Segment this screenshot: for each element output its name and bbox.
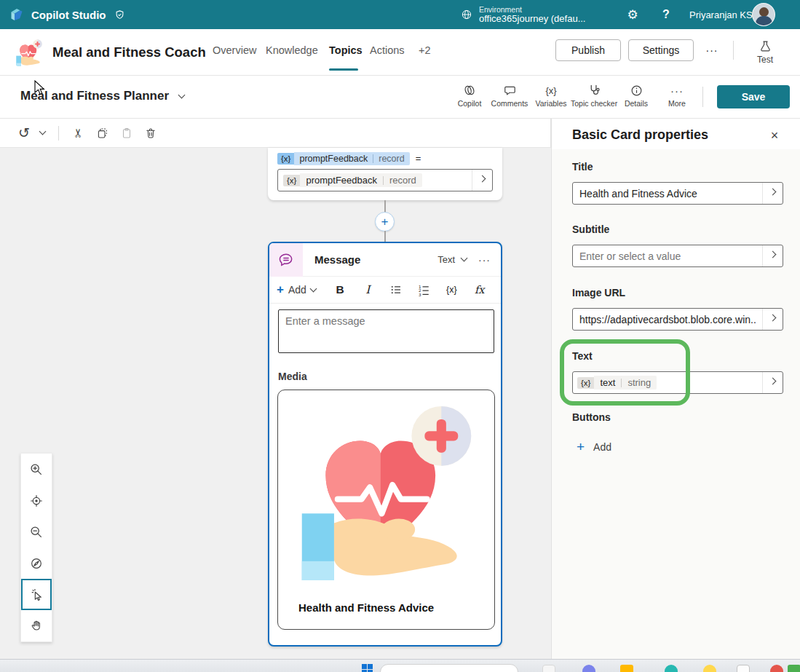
image-url-field <box>572 308 783 331</box>
variable-x-icon[interactable]: {x} <box>277 153 294 165</box>
chip-divider <box>373 154 373 163</box>
heart-hand-illustration <box>291 396 482 587</box>
message-text-input[interactable] <box>278 309 494 353</box>
expand-image-url-button[interactable] <box>762 309 783 330</box>
expand-text-button[interactable] <box>762 372 783 393</box>
environment-label: Environment <box>479 5 585 14</box>
message-format-toolbar: + Add B I 123 {x} fx <box>269 277 501 304</box>
environment-picker[interactable]: Environment office365journey (defau... <box>460 0 585 29</box>
expand-value-button[interactable] <box>472 170 492 191</box>
bullet-list-icon <box>389 283 403 296</box>
buttons-field-label: Buttons <box>572 411 611 423</box>
media-card[interactable]: Health and Fitness Advice <box>277 390 495 630</box>
tab-actions[interactable]: Actions <box>370 44 405 56</box>
taskbar-search-box[interactable] <box>380 664 518 672</box>
reset-view-button[interactable] <box>21 485 52 516</box>
value-variable-chip[interactable]: promptFeedback record <box>300 173 421 187</box>
taskbar-notepad-icon[interactable] <box>737 665 750 672</box>
formula-button[interactable]: fx <box>470 280 490 299</box>
more-tools-button[interactable]: ··· More <box>654 82 700 108</box>
node-more-button[interactable]: ··· <box>478 254 491 266</box>
taskbar-app-icon[interactable] <box>703 665 716 672</box>
variable-assignment-row: {x} promptFeedback record = <box>277 151 421 166</box>
bullet-list-button[interactable] <box>386 280 406 299</box>
settings-gear-button[interactable]: ⚙ <box>620 0 645 29</box>
expand-title-button[interactable] <box>762 183 783 204</box>
close-panel-button[interactable]: × <box>765 126 784 145</box>
numbered-list-button[interactable]: 123 <box>413 280 434 299</box>
undo-icon: ↺ <box>18 124 30 141</box>
taskbar-app-icon[interactable] <box>665 665 678 672</box>
undo-button[interactable]: ↺ <box>13 122 35 144</box>
subtitle-input[interactable] <box>573 250 762 262</box>
taskbar-folder-icon[interactable] <box>620 665 633 672</box>
tab-overflow[interactable]: +2 <box>419 44 431 56</box>
bot-avatar[interactable] <box>15 38 44 67</box>
tab-topics[interactable]: Topics <box>329 44 363 56</box>
zoom-out-button[interactable] <box>21 516 52 548</box>
taskbar-app-icon[interactable] <box>542 665 555 672</box>
select-tool-button[interactable] <box>21 579 52 610</box>
text-variable-chip[interactable]: text string <box>594 376 657 390</box>
add-node-button[interactable]: + <box>375 212 395 232</box>
paste-button[interactable] <box>116 122 138 144</box>
details-button[interactable]: Details <box>613 82 660 108</box>
bold-button[interactable]: B <box>330 280 350 299</box>
insert-variable-button[interactable]: {x} <box>441 280 462 299</box>
save-button[interactable]: Save <box>717 85 790 108</box>
variables-button[interactable]: {x} Variables <box>528 82 574 108</box>
image-url-input[interactable] <box>573 314 762 325</box>
numbered-list-icon: 123 <box>417 283 430 296</box>
message-node[interactable]: Message Text ··· + Add B I <box>268 242 502 647</box>
mouse-cursor <box>34 80 47 96</box>
plus-icon: + <box>277 282 284 297</box>
trash-icon <box>144 127 157 140</box>
panel-title: Basic Card properties <box>572 127 708 143</box>
tab-knowledge[interactable]: Knowledge <box>266 44 318 56</box>
add-content-button[interactable]: + Add <box>277 282 316 297</box>
authoring-canvas[interactable]: {x} promptFeedback record = {x} promptFe… <box>0 148 551 659</box>
pan-tool-button[interactable] <box>21 610 52 641</box>
zoom-in-button[interactable] <box>21 454 52 485</box>
fit-view-button[interactable] <box>21 548 52 579</box>
italic-button[interactable]: I <box>357 280 378 299</box>
title-field-label: Title <box>572 161 593 173</box>
windows-start-button[interactable] <box>362 664 373 672</box>
cut-button[interactable]: ✂ <box>68 122 90 144</box>
copilot-studio-logo-icon <box>9 7 24 22</box>
expand-subtitle-button[interactable] <box>762 245 783 266</box>
copy-button[interactable] <box>92 122 114 144</box>
tab-overview[interactable]: Overview <box>213 44 256 56</box>
connector-line <box>384 231 386 242</box>
taskbar-app-icon[interactable] <box>788 665 800 672</box>
help-icon: ? <box>662 8 670 21</box>
canvas-edit-toolbar: ↺ ✂ <box>0 119 551 148</box>
chip-divider <box>383 176 384 185</box>
variable-chip[interactable]: promptFeedback record <box>294 152 409 165</box>
taskbar-app-icon[interactable] <box>582 665 595 672</box>
delete-button[interactable] <box>140 122 162 144</box>
more-options-button[interactable]: ··· <box>701 39 723 61</box>
comments-button[interactable]: Comments <box>486 82 533 108</box>
publish-button[interactable]: Publish <box>555 39 621 61</box>
add-card-button[interactable]: + Add <box>577 439 611 455</box>
topic-checker-button[interactable]: Topic checker <box>571 82 617 108</box>
variable-value-input[interactable]: {x} promptFeedback record <box>277 169 493 191</box>
plus-icon: + <box>577 439 585 455</box>
help-button[interactable]: ? <box>654 0 678 29</box>
user-avatar[interactable] <box>752 3 775 26</box>
avatar-body-shape <box>756 16 772 26</box>
hand-icon <box>29 619 44 633</box>
environment-globe-icon <box>460 8 473 21</box>
info-icon <box>613 82 660 98</box>
title-input[interactable] <box>573 188 762 199</box>
zoom-in-icon <box>29 462 44 477</box>
title-field <box>572 182 783 205</box>
message-mode-dropdown[interactable]: Text <box>437 254 467 265</box>
undo-dropdown-button[interactable] <box>35 122 49 144</box>
settings-button[interactable]: Settings <box>628 39 694 61</box>
set-variable-node[interactable]: {x} promptFeedback record = {x} promptFe… <box>268 148 502 200</box>
media-caption: Health and Fitness Advice <box>298 601 434 614</box>
test-bot-button[interactable]: Test <box>748 40 782 65</box>
taskbar-app-icon[interactable] <box>770 665 783 672</box>
